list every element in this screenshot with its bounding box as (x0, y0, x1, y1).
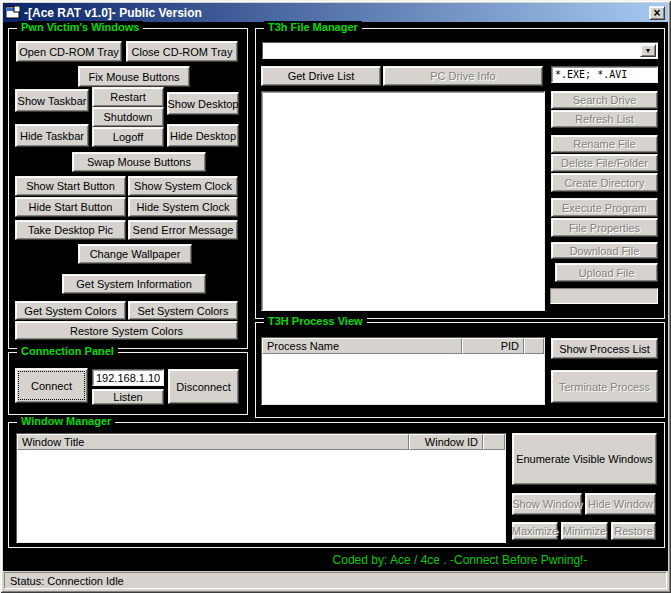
app-window: -[Ace RAT v1.0]- Public Version × Pwn Vi… (0, 0, 671, 593)
file-manager-group-label: T3h File Manager (264, 21, 362, 33)
drive-combobox[interactable]: ▼ (262, 42, 658, 59)
process-listview[interactable]: Process Name PID (261, 337, 545, 405)
rename-file-button[interactable]: Rename File (551, 135, 658, 153)
get-system-colors-button[interactable]: Get System Colors (15, 301, 126, 320)
terminate-process-button[interactable]: Terminate Process (551, 370, 658, 403)
delete-file-folder-button[interactable]: Delete File/Folder (551, 154, 658, 172)
close-icon: × (653, 7, 660, 19)
pc-drive-info-button[interactable]: PC Drive Info (383, 66, 543, 86)
file-list[interactable] (261, 91, 545, 311)
listen-button[interactable]: Listen (92, 389, 164, 405)
search-drive-button[interactable]: Search Drive (551, 91, 658, 109)
chevron-down-icon[interactable]: ▼ (640, 44, 656, 57)
window-title-column-header[interactable]: Window Title (17, 434, 409, 450)
set-system-colors-button[interactable]: Set System Colors (128, 301, 238, 320)
show-process-list-button[interactable]: Show Process List (551, 338, 658, 359)
hide-desktop-button[interactable]: Hide Desktop (167, 124, 239, 147)
connection-group-label: Connection Panel (17, 345, 118, 357)
pid-column-header[interactable]: PID (462, 338, 524, 354)
disconnect-button[interactable]: Disconnect (168, 369, 239, 404)
window-extra-column-header[interactable] (483, 434, 505, 450)
credit-text: Coded by: Ace / 4ce . -Connect Before Pw… (255, 553, 665, 567)
process-list-header: Process Name PID (262, 338, 544, 354)
window-title: -[Ace RAT v1.0]- Public Version (24, 6, 649, 20)
refresh-list-button[interactable]: Refresh List (551, 110, 658, 128)
connect-button[interactable]: Connect (15, 368, 88, 403)
process-name-column-header[interactable]: Process Name (262, 338, 462, 354)
show-taskbar-button[interactable]: Show Taskbar (15, 89, 89, 112)
pwn-group-label: Pwn Victim's Windows (17, 21, 143, 33)
app-icon (6, 6, 20, 19)
window-id-column-header[interactable]: Window ID (409, 434, 483, 450)
process-view-group-label: T3H Process View (264, 315, 367, 327)
window-list-header: Window Title Window ID (17, 434, 505, 450)
file-filter-input[interactable] (551, 66, 658, 83)
get-system-information-button[interactable]: Get System Information (62, 274, 206, 294)
download-file-button[interactable]: Download File (551, 242, 658, 259)
status-text: Status: Connection Idle (4, 572, 667, 589)
send-error-message-button[interactable]: Send Error Message (128, 220, 238, 240)
window-manager-group-label: Window Manager (17, 415, 115, 427)
hide-start-button-button[interactable]: Hide Start Button (15, 197, 126, 217)
take-desktop-pic-button[interactable]: Take Desktop Pic (15, 220, 126, 240)
show-start-button-button[interactable]: Show Start Button (15, 176, 126, 196)
close-cdrom-button[interactable]: Close CD-ROM Tray (126, 41, 238, 62)
show-window-button[interactable]: Show Window (512, 493, 582, 515)
file-properties-button[interactable]: File Properties (551, 218, 658, 237)
transfer-progress-panel (550, 288, 658, 304)
upload-file-button[interactable]: Upload File (555, 263, 658, 282)
create-directory-button[interactable]: Create Directory (551, 173, 658, 192)
swap-mouse-buttons-button[interactable]: Swap Mouse Buttons (72, 152, 206, 172)
hide-taskbar-button[interactable]: Hide Taskbar (15, 124, 89, 147)
window-listview[interactable]: Window Title Window ID (16, 433, 506, 543)
shutdown-button[interactable]: Shutdown (92, 107, 164, 127)
ip-address-input[interactable] (92, 369, 164, 386)
enumerate-visible-windows-button[interactable]: Enumerate Visible Windows (512, 433, 657, 485)
status-bar: Status: Connection Idle (3, 571, 668, 590)
process-list-body[interactable] (262, 354, 544, 404)
open-cdrom-button[interactable]: Open CD-ROM Tray (16, 41, 122, 62)
process-extra-column-header[interactable] (524, 338, 544, 354)
get-drive-list-button[interactable]: Get Drive List (261, 66, 381, 86)
show-system-clock-button[interactable]: Show System Clock (128, 176, 238, 196)
restore-system-colors-button[interactable]: Restore System Colors (15, 321, 238, 340)
restart-button[interactable]: Restart (92, 87, 164, 107)
close-button[interactable]: × (649, 6, 665, 20)
show-desktop-button[interactable]: Show Desktop (167, 92, 239, 115)
hide-system-clock-button[interactable]: Hide System Clock (128, 197, 238, 217)
restore-button[interactable]: Restore (611, 522, 656, 540)
minimize-button[interactable]: Minimize (561, 522, 608, 540)
hide-window-button[interactable]: Hide Window (585, 493, 656, 515)
drive-combobox-value (263, 43, 639, 58)
change-wallpaper-button[interactable]: Change Wallpaper (78, 244, 192, 264)
title-bar: -[Ace RAT v1.0]- Public Version × (3, 3, 668, 22)
logoff-button[interactable]: Logoff (92, 127, 164, 147)
fix-mouse-buttons-button[interactable]: Fix Mouse Buttons (78, 66, 190, 87)
execute-program-button[interactable]: Execute Program (551, 198, 658, 217)
window-list-body[interactable] (17, 450, 505, 542)
maximize-button[interactable]: Maximize (512, 522, 558, 540)
